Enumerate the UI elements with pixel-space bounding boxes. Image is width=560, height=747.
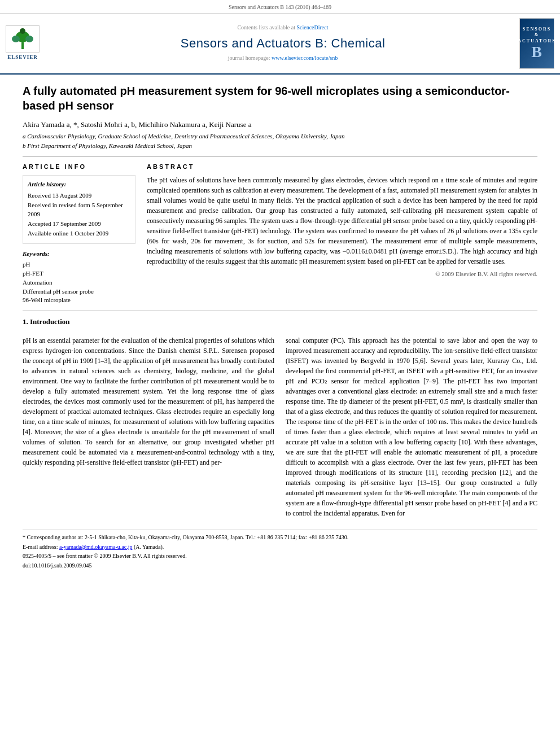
article-content: A fully automated pH measurement system …: [0, 75, 560, 583]
sciencedirect-label: Contents lists available at ScienceDirec…: [237, 24, 328, 32]
article-info-label: ARTICLE INFO: [23, 163, 135, 172]
abstract-label: ABSTRACT: [147, 163, 537, 172]
body-col-right: sonal computer (PC). This approach has t…: [286, 335, 537, 523]
body-two-col: pH is an essential parameter for the eva…: [23, 335, 537, 523]
elsevier-logo-image: [6, 25, 40, 53]
divider-after-affiliations: [23, 156, 537, 157]
received-date: Received 13 August 2009: [28, 191, 130, 200]
elsevier-label: ELSEVIER: [7, 54, 38, 61]
article-info-abstract-section: ARTICLE INFO Article history: Received 1…: [23, 163, 537, 305]
keyword-ph: pH: [23, 260, 135, 269]
accepted-date: Accepted 17 September 2009: [28, 220, 130, 229]
body-col-left: pH is an essential parameter for the eva…: [23, 335, 274, 523]
available-date: Available online 1 October 2009: [28, 229, 130, 238]
svg-point-5: [20, 28, 25, 34]
svg-point-3: [12, 36, 20, 42]
journal-top-bar: Sensors and Actuators B 143 (2010) 464–4…: [0, 0, 560, 14]
history-title: Article history:: [28, 180, 130, 189]
intro-right-text: sonal computer (PC). This approach has t…: [286, 335, 537, 518]
badge-b-text: B: [531, 44, 542, 60]
journal-citation: Sensors and Actuators B 143 (2010) 464–4…: [229, 4, 331, 10]
abstract-column: ABSTRACT The pH values of solutions have…: [147, 163, 537, 305]
divider-before-body: [23, 311, 537, 311]
keywords-title: Keywords:: [23, 250, 135, 259]
journal-header-left: ELSEVIER: [6, 18, 51, 69]
intro-left-text: pH is an essential parameter for the eva…: [23, 335, 274, 468]
article-title: A fully automated pH measurement system …: [23, 84, 537, 113]
journal-url[interactable]: www.elsevier.com/locate/snb: [272, 55, 338, 61]
article-info-column: ARTICLE INFO Article history: Received 1…: [23, 163, 135, 305]
affiliation-b: b First Department of Physiology, Kawasa…: [23, 142, 537, 151]
sciencedirect-link[interactable]: ScienceDirect: [296, 24, 328, 30]
journal-header-right: SENSORS&ACTUATORS B: [515, 18, 554, 69]
footnote-issn: 0925-4005/$ – see front matter © 2009 El…: [23, 552, 537, 561]
badge-sensors-text: SENSORS&ACTUATORS: [518, 27, 556, 44]
journal-header: ELSEVIER Contents lists available at Sci…: [0, 14, 560, 75]
keywords-box: Keywords: pH pH-FET Automation Different…: [23, 250, 135, 305]
page-container: Sensors and Actuators B 143 (2010) 464–4…: [0, 0, 560, 747]
section1-title: Introduction: [30, 317, 70, 326]
abstract-paragraph: The pH values of solutions have been com…: [147, 175, 537, 267]
journal-title: Sensors and Actuators B: Chemical: [181, 34, 386, 53]
email-link[interactable]: a-yamada@md.okayama-u.ac.jp: [59, 544, 132, 550]
keyword-automation: Automation: [23, 278, 135, 287]
section1-heading: 1. Introduction: [23, 317, 537, 327]
svg-point-4: [25, 36, 33, 42]
footnote-corresponding: * Corresponding author at: 2-5-1 Shikata…: [23, 534, 537, 542]
revised-date: Received in revised form 5 September 200…: [28, 201, 130, 219]
footnote-area: * Corresponding author at: 2-5-1 Shikata…: [23, 530, 537, 570]
keyword-phfet: pH-FET: [23, 269, 135, 278]
article-history-box: Article history: Received 13 August 2009…: [23, 175, 135, 244]
affiliations: a Cardiovascular Physiology, Graduate Sc…: [23, 132, 537, 151]
footnote-email: E-mail address: a-yamada@md.okayama-u.ac…: [23, 543, 537, 552]
keyword-microplate: 96-Well microplate: [23, 296, 135, 305]
journal-homepage: journal homepage: www.elsevier.com/locat…: [228, 54, 338, 63]
journal-header-center: Contents lists available at ScienceDirec…: [55, 18, 510, 69]
elsevier-logo: ELSEVIER: [6, 25, 40, 61]
keyword-differential: Differential pH sensor probe: [23, 287, 135, 296]
abstract-text: The pH values of solutions have been com…: [147, 175, 537, 267]
authors-line: Akira Yamada a, *, Satoshi Mohri a, b, M…: [23, 120, 537, 130]
sensors-actuators-badge: SENSORS&ACTUATORS B: [519, 18, 554, 69]
section1-number: 1.: [23, 317, 28, 326]
affiliation-a: a Cardiovascular Physiology, Graduate Sc…: [23, 132, 537, 141]
svg-rect-1: [21, 42, 24, 49]
copyright-line: © 2009 Elsevier B.V. All rights reserved…: [147, 270, 537, 279]
footnote-doi: doi:10.1016/j.snb.2009.09.045: [23, 562, 537, 570]
